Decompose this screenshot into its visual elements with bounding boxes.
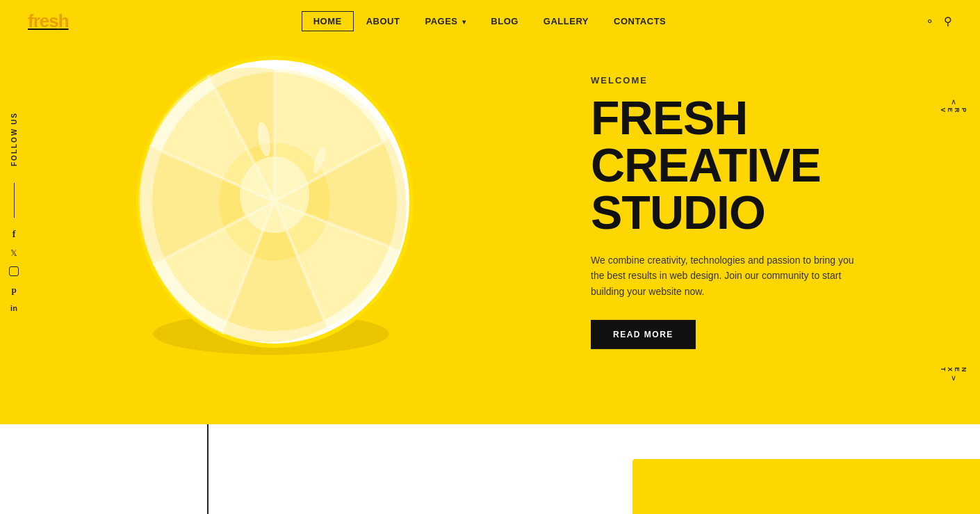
- welcome-label: WELCOME: [591, 75, 855, 86]
- follow-divider: [14, 183, 15, 218]
- next-nav[interactable]: NEXT ∨: [940, 367, 967, 383]
- nav-item-home[interactable]: HOME: [302, 11, 354, 31]
- logo-text-orange: h: [58, 10, 69, 31]
- nav-links: HOME ABOUT PAGES ▾ BLOG GALLERY CONTACTS: [302, 10, 679, 32]
- bottom-section: [0, 424, 980, 514]
- nav-link-blog[interactable]: BLOG: [478, 10, 531, 32]
- search-icon[interactable]: ⚲: [944, 15, 952, 28]
- follow-us-sidebar: FOLLOW US f 𝕏 p in: [8, 112, 19, 312]
- nav-link-home[interactable]: HOME: [302, 11, 354, 31]
- user-icon[interactable]: ⚬: [925, 15, 934, 28]
- bottom-yellow-accent: [632, 459, 980, 514]
- nav-item-about[interactable]: ABOUT: [354, 10, 413, 32]
- twitter-icon[interactable]: 𝕏: [8, 248, 19, 258]
- prev-label: PREV: [940, 108, 967, 113]
- pages-chevron-icon: ▾: [460, 18, 466, 26]
- prev-arrow-icon: ∧: [951, 97, 956, 106]
- lemon-svg: [125, 35, 424, 376]
- linkedin-icon[interactable]: in: [8, 304, 19, 312]
- hero-description: We combine creativity, technologies and …: [591, 252, 855, 299]
- bottom-divider-line: [207, 424, 209, 514]
- svg-point-13: [240, 156, 309, 233]
- follow-label: FOLLOW US: [10, 112, 18, 166]
- nav-link-gallery[interactable]: GALLERY: [531, 10, 601, 32]
- hero-content: WELCOME FRESH CREATIVE STUDIO We combine…: [591, 75, 855, 349]
- pinterest-icon[interactable]: p: [8, 284, 19, 296]
- nav-link-pages[interactable]: PAGES ▾: [412, 10, 478, 32]
- lemon-image: [125, 35, 424, 376]
- next-label: NEXT: [940, 367, 967, 373]
- navbar: fresh HOME ABOUT PAGES ▾ BLOG GALLERY CO…: [0, 0, 980, 42]
- nav-item-contacts[interactable]: CONTACTS: [601, 10, 678, 32]
- next-arrow-icon: ∨: [951, 374, 956, 383]
- instagram-icon[interactable]: [9, 266, 19, 276]
- read-more-button[interactable]: READ MORE: [591, 320, 696, 349]
- nav-item-blog[interactable]: BLOG: [478, 10, 531, 32]
- facebook-icon[interactable]: f: [8, 229, 19, 240]
- site-logo[interactable]: fresh: [28, 10, 69, 32]
- nav-item-gallery[interactable]: GALLERY: [531, 10, 601, 32]
- hero-section: FOLLOW US f 𝕏 p in: [0, 0, 980, 424]
- nav-link-contacts[interactable]: CONTACTS: [601, 10, 678, 32]
- nav-icons: ⚬ ⚲: [925, 15, 952, 28]
- nav-link-about[interactable]: ABOUT: [354, 10, 413, 32]
- nav-item-pages[interactable]: PAGES ▾: [412, 10, 478, 32]
- hero-title: FRESH CREATIVE STUDIO: [591, 94, 855, 236]
- prev-nav[interactable]: ∧ PREV: [940, 97, 967, 113]
- logo-text-black: fres: [28, 10, 58, 31]
